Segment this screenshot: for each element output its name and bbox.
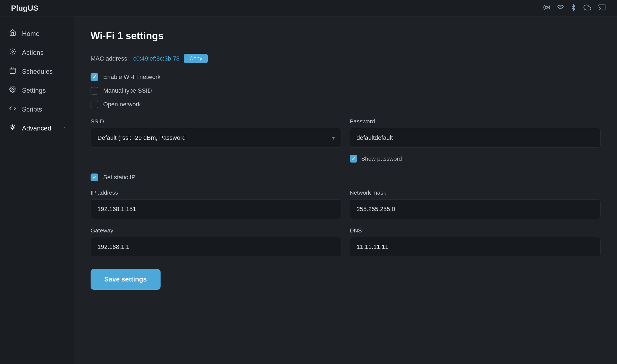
- sidebar-item-advanced-label: Advanced: [22, 124, 51, 132]
- show-password-row: Show password: [350, 155, 601, 163]
- wifi-icon: [557, 4, 564, 13]
- enable-wifi-row: Enable Wi-Fi network: [91, 73, 601, 81]
- sidebar-item-advanced[interactable]: Advanced ›: [0, 119, 74, 137]
- cloud-icon: [583, 4, 592, 13]
- gateway-group: Gateway: [91, 227, 341, 257]
- sidebar-item-home[interactable]: Home: [0, 25, 74, 42]
- sidebar-item-settings[interactable]: Settings: [0, 81, 74, 99]
- network-mask-group: Network mask: [350, 189, 601, 219]
- sidebar-item-settings-label: Settings: [22, 87, 46, 94]
- actions-icon: [8, 48, 17, 57]
- settings-icon: [8, 86, 17, 95]
- open-network-checkbox[interactable]: [91, 101, 98, 108]
- svg-rect-3: [10, 68, 15, 73]
- svg-point-2: [12, 51, 14, 53]
- ssid-group: SSID Default (rssi: -29 dBm, Password ▾: [91, 118, 341, 163]
- layout: Home Actions Schedules: [0, 16, 617, 364]
- main-content: Wi-Fi 1 settings MAC address: c0:49:ef:8…: [74, 16, 617, 364]
- sidebar-item-home-label: Home: [22, 30, 40, 38]
- advanced-icon: [8, 124, 17, 133]
- sidebar-item-schedules[interactable]: Schedules: [0, 62, 74, 80]
- static-ip-header: Set static IP: [91, 174, 601, 181]
- save-settings-button[interactable]: Save settings: [91, 269, 161, 290]
- ip-mask-grid: IP address Network mask: [91, 189, 601, 219]
- gateway-dns-grid: Gateway DNS: [91, 227, 601, 257]
- gateway-input[interactable]: [91, 237, 341, 257]
- dns-group: DNS: [350, 227, 601, 257]
- sidebar: Home Actions Schedules: [0, 16, 74, 364]
- sidebar-item-scripts[interactable]: Scripts: [0, 100, 74, 118]
- manual-ssid-label: Manual type SSID: [103, 87, 152, 94]
- chevron-right-icon: ›: [64, 125, 66, 131]
- svg-point-0: [546, 6, 548, 8]
- ssid-password-grid: SSID Default (rssi: -29 dBm, Password ▾ …: [91, 118, 601, 163]
- show-password-label: Show password: [361, 155, 402, 162]
- manual-ssid-checkbox[interactable]: [91, 87, 98, 95]
- page-title: Wi-Fi 1 settings: [91, 30, 601, 42]
- ssid-label: SSID: [91, 118, 341, 125]
- ssid-select-wrapper: Default (rssi: -29 dBm, Password ▾: [91, 128, 341, 147]
- open-network-label: Open network: [103, 101, 141, 108]
- home-icon: [8, 29, 17, 38]
- network-mask-label: Network mask: [350, 189, 601, 196]
- password-label: Password: [350, 118, 601, 125]
- enable-wifi-label: Enable Wi-Fi network: [103, 73, 161, 81]
- sidebar-item-scripts-label: Scripts: [22, 106, 42, 113]
- ssid-password-section: SSID Default (rssi: -29 dBm, Password ▾ …: [91, 118, 601, 163]
- topbar: PlugUS: [0, 0, 617, 16]
- bluetooth-icon: [570, 4, 577, 13]
- sidebar-item-actions-label: Actions: [22, 49, 44, 56]
- ip-address-label: IP address: [91, 189, 341, 196]
- static-ip-section: Set static IP IP address Network mask Ga…: [91, 174, 601, 257]
- cast-icon: [598, 4, 606, 13]
- dns-label: DNS: [350, 227, 601, 234]
- mac-value: c0:49:ef:8c:3b:78: [133, 55, 180, 62]
- open-network-row: Open network: [91, 101, 601, 108]
- svg-point-7: [12, 89, 14, 90]
- mac-address-row: MAC address: c0:49:ef:8c:3b:78 Copy: [91, 54, 601, 63]
- manual-ssid-row: Manual type SSID: [91, 87, 601, 95]
- dns-input[interactable]: [350, 237, 601, 257]
- scripts-icon: [8, 105, 17, 114]
- mac-label: MAC address:: [91, 55, 129, 62]
- ip-address-input[interactable]: [91, 199, 341, 219]
- radio-icon: [543, 4, 551, 13]
- enable-wifi-checkbox[interactable]: [91, 73, 98, 81]
- copy-button[interactable]: Copy: [184, 54, 208, 63]
- gateway-label: Gateway: [91, 227, 341, 234]
- svg-point-8: [12, 126, 14, 128]
- ip-address-group: IP address: [91, 189, 341, 219]
- sidebar-item-schedules-label: Schedules: [22, 68, 53, 75]
- set-static-ip-label: Set static IP: [103, 174, 135, 181]
- network-mask-input[interactable]: [350, 199, 601, 219]
- sidebar-item-actions[interactable]: Actions: [0, 44, 74, 61]
- app-title: PlugUS: [11, 4, 38, 13]
- set-static-ip-checkbox[interactable]: [91, 174, 98, 181]
- ssid-select[interactable]: Default (rssi: -29 dBm, Password: [91, 128, 341, 147]
- topbar-icons: [543, 4, 606, 13]
- password-group: Password Show password: [350, 118, 601, 163]
- show-password-checkbox[interactable]: [350, 155, 357, 163]
- schedules-icon: [8, 67, 17, 76]
- password-input[interactable]: [350, 128, 601, 148]
